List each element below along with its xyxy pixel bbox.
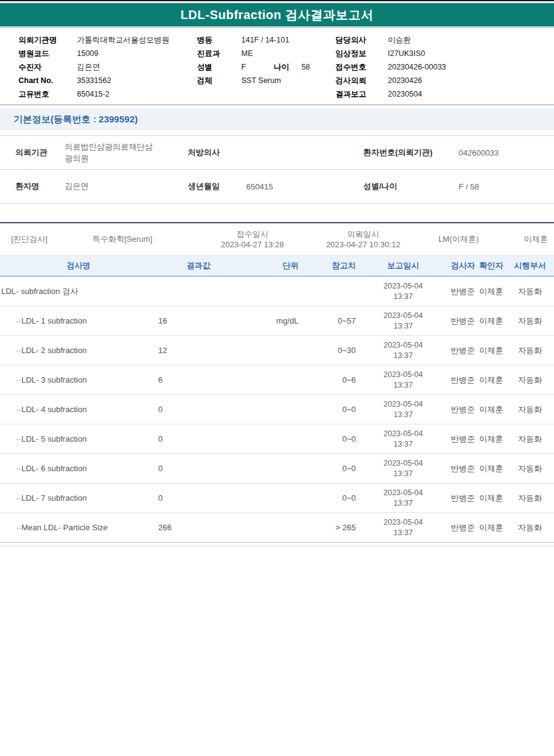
performing-department: 자동화 [506, 345, 554, 356]
header-info-row: 의뢰기관명 가톨릭대학교서울성모병원 [18, 33, 197, 47]
request-datetime-label: 의뢰일시 [308, 229, 419, 239]
column-header-result: 결과값 [157, 260, 240, 271]
basic-info-row: 환자명 김은연 생년월일 650415 성별/나이 F / 58 [0, 170, 554, 204]
basic-field-label: 의뢰기관 [0, 147, 65, 158]
basic-info-heading: 기본정보(등록번호 : 2399592) [14, 114, 138, 125]
verifier-name: 이제훈 [476, 493, 506, 504]
field-value: ME [241, 49, 253, 58]
result-row: ··LDL- 3 subfraction 6 0~6 2023-05-04 13… [0, 365, 554, 395]
header-info-row: 임상정보 I27UK3IS0 [335, 47, 539, 60]
report-date: 2023-05-04 [357, 517, 449, 528]
header-info-row: 수진자 김은연 [18, 60, 197, 74]
results-table-body: LDL- subfraction 검사 2023-05-04 13:37 반병준… [0, 277, 554, 543]
column-header-tester: 검사자 [449, 260, 476, 271]
performing-department: 자동화 [506, 286, 554, 297]
header-info-row: 병동 141F / 14-101 [197, 33, 335, 47]
field-label: 검사의뢰 [335, 76, 388, 86]
performing-department: 자동화 [506, 316, 554, 327]
reference-range: 0~57 [303, 316, 357, 325]
reference-range: 0~0 [303, 405, 357, 414]
result-row: ··LDL- 4 subfraction 0 0~0 2023-05-04 13… [0, 395, 554, 424]
basic-field-value: 김은연 [65, 180, 158, 193]
result-value: 12 [157, 346, 240, 355]
field-value: 이승환 [388, 35, 411, 46]
receipt-datetime-block: 접수일시 2023-04-27 13:28 [197, 229, 308, 250]
column-header-unit: 단위 [240, 260, 303, 271]
order-category: 특수화학[Serum] [92, 234, 197, 245]
header-info-row: 고유번호 650415-2 [18, 87, 197, 101]
report-datetime: 2023-05-04 13:37 [357, 399, 449, 420]
report-date: 2023-05-04 [357, 311, 449, 321]
reference-range: 0~30 [303, 346, 357, 355]
result-row: ··LDL- 7 subfraction 0 0~0 2023-05-04 13… [0, 483, 554, 513]
section-divider [0, 105, 554, 105]
header-info-middle-column: 병동 141F / 14-101 진료과 ME 성별 F 나이 58 [197, 33, 335, 101]
tester-name: 반병준 [449, 493, 476, 504]
column-header-report-datetime: 보고일시 [357, 260, 449, 271]
result-value: 0 [157, 405, 240, 414]
header-info-block: 의뢰기관명 가톨릭대학교서울성모병원 병원코드 15009 수진자 김은연 Ch… [0, 28, 554, 101]
performing-department: 자동화 [506, 493, 554, 504]
tester-name: 반병준 [449, 375, 476, 386]
field-value: 35331562 [77, 76, 111, 85]
report-date: 2023-05-04 [357, 281, 449, 292]
field-extra-value: 58 [302, 63, 310, 71]
result-value: 0 [157, 493, 240, 503]
results-table-header: 검사명 결과값 단위 참고치 보고일시 검사자 확인자 시행부서 [0, 255, 554, 277]
basic-field-label: 생년월일 [188, 181, 246, 192]
performing-department: 자동화 [506, 404, 554, 415]
tester-name: 반병준 [449, 404, 476, 415]
header-info-row: 검사의뢰 20230426 [335, 74, 539, 87]
field-value: 20230426-00033 [388, 63, 446, 71]
report-date: 2023-05-04 [357, 429, 449, 439]
report-datetime: 2023-05-04 13:37 [357, 311, 449, 332]
page-top-border [0, 0, 554, 1]
field-label: 병동 [197, 35, 241, 46]
tester-name: 반병준 [449, 463, 476, 474]
result-value: 0 [157, 434, 240, 444]
report-datetime: 2023-05-04 13:37 [357, 281, 449, 302]
field-value: 141F / 14-101 [241, 36, 289, 44]
field-label: 접수번호 [335, 62, 388, 73]
header-info-row: 병원코드 15009 [18, 47, 197, 60]
report-time: 13:37 [357, 469, 449, 479]
basic-field-label: 환자번호(의뢰기관) [363, 147, 459, 158]
field-value: 가톨릭대학교서울성모병원 [77, 35, 169, 46]
verifier-name: 이제훈 [476, 404, 506, 415]
field-value: 650415-2 [77, 90, 110, 98]
report-title: LDL-Subfraction 검사결과보고서 [180, 7, 374, 23]
result-row: ··LDL- 1 subfraction 16 mg/dL 0~57 2023-… [0, 306, 554, 336]
request-datetime-value: 2023-04-27 10:30:12 [308, 239, 419, 250]
report-time: 13:37 [357, 380, 449, 391]
report-date: 2023-05-04 [357, 340, 449, 351]
column-header-test-name: 검사명 [0, 260, 157, 271]
header-info-row: Chart No. 35331562 [18, 74, 197, 87]
field-value: 15009 [77, 49, 98, 58]
basic-info-section-header: 기본정보(등록번호 : 2399592) [0, 108, 554, 130]
basic-info-row: 의뢰기관 의료법인삼광의료재단삼광의원 처방의사 환자번호(의뢰기관) 0426… [0, 136, 554, 170]
result-row: ··Mean LDL- Particle Size 266 > 265 2023… [0, 513, 554, 543]
basic-field-label: 성별/나이 [363, 181, 459, 192]
report-datetime: 2023-05-04 13:37 [357, 429, 449, 450]
header-info-left-column: 의뢰기관명 가톨릭대학교서울성모병원 병원코드 15009 수진자 김은연 Ch… [18, 33, 197, 101]
test-name: ··LDL- 5 subfraction [0, 434, 157, 444]
verifier-name: 이제훈 [476, 522, 506, 533]
field-label: 병원코드 [18, 49, 77, 59]
reference-range: > 265 [303, 523, 357, 532]
order-info-row: [진단검사] 특수화학[Serum] 접수일시 2023-04-27 13:28… [0, 222, 554, 255]
receipt-datetime-label: 접수일시 [197, 229, 308, 239]
verifier-name: 이제훈 [476, 375, 506, 386]
result-value: 6 [157, 375, 240, 384]
result-value: 16 [157, 316, 240, 325]
column-header-reference: 참고치 [303, 260, 357, 271]
basic-field-value: 의료법인삼광의료재단삼광의원 [65, 141, 158, 165]
report-time: 13:37 [357, 351, 449, 361]
report-page: LDL-Subfraction 검사결과보고서 의뢰기관명 가톨릭대학교서울성모… [0, 0, 554, 756]
report-datetime: 2023-05-04 13:37 [357, 458, 449, 479]
header-info-row: 진료과 ME [197, 47, 335, 60]
field-extra-label: 나이 [274, 62, 289, 73]
field-label: 고유번호 [18, 89, 77, 100]
report-time: 13:37 [357, 528, 449, 538]
report-datetime: 2023-05-04 13:37 [357, 517, 449, 538]
tester-name: 반병준 [449, 286, 476, 297]
